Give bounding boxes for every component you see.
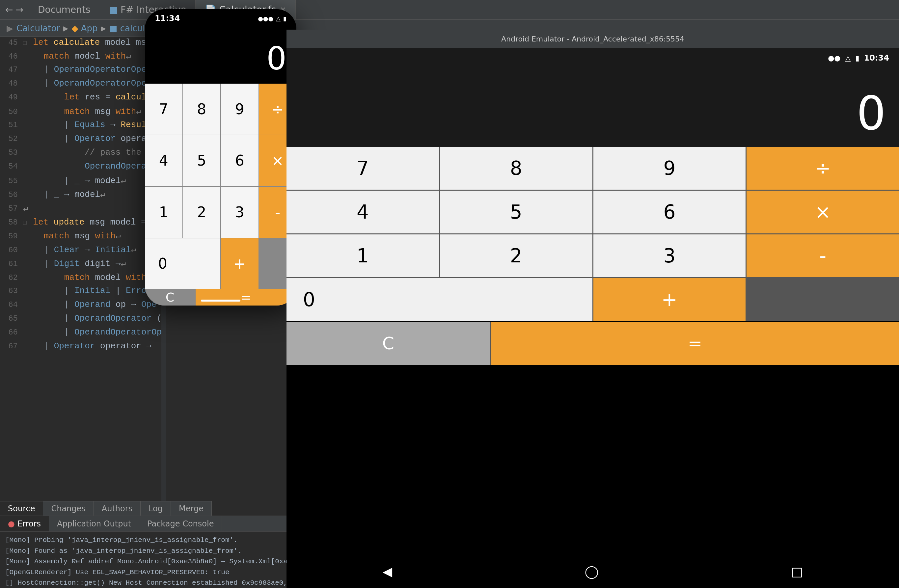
- emu-btn-0[interactable]: 0: [286, 278, 592, 321]
- code-line-46: 46 match model with↵: [0, 51, 161, 65]
- bc-app[interactable]: ◆ App: [71, 23, 97, 33]
- emu-title-bar: Android Emulator - Android_Accelerated_x…: [286, 29, 899, 48]
- emu-home-icon[interactable]: ◯: [584, 564, 599, 579]
- package-tab[interactable]: Package Console: [139, 516, 222, 531]
- code-line-61: 61 | Digit digit →↵: [0, 258, 161, 272]
- code-line-50: 50 match msg with↵: [0, 106, 161, 120]
- source-tab-label: Source: [8, 504, 35, 513]
- btn-add-ios[interactable]: +: [221, 238, 258, 289]
- changes-tab-label: Changes: [51, 504, 85, 513]
- code-line-62: 62 match model with↵: [0, 272, 161, 286]
- fsharp-tab-icon: ■: [109, 4, 118, 15]
- btn-0-ios[interactable]: 0: [145, 238, 220, 289]
- code-line-51: 51 | Equals → Result(: [0, 120, 161, 134]
- emu-btn-1[interactable]: 1: [286, 235, 439, 277]
- errors-tab[interactable]: ● Errors: [0, 516, 49, 531]
- emu-btn-equals[interactable]: =: [491, 322, 899, 365]
- btn-3-ios[interactable]: 3: [221, 187, 258, 238]
- btn-7-ios[interactable]: 7: [145, 83, 182, 135]
- code-line-57: 57 ↵: [0, 203, 161, 217]
- btn-6-ios[interactable]: 6: [221, 135, 258, 186]
- phone-home-bar: [201, 299, 240, 302]
- log-tab-label: Log: [148, 504, 163, 513]
- emu-btn-mul[interactable]: ×: [746, 191, 899, 233]
- documents-tab-label: Documents: [38, 4, 91, 15]
- output-tab-label: Application Output: [57, 519, 131, 528]
- code-line-65: 65 | OperandOperator (: [0, 313, 161, 327]
- emu-btn-8[interactable]: 8: [440, 147, 592, 190]
- btn-2-ios[interactable]: 2: [183, 187, 221, 238]
- calc-bottom-row-ios: C =: [145, 289, 297, 306]
- log-tab[interactable]: Log: [141, 502, 171, 515]
- android-emulator: Android Emulator - Android_Accelerated_x…: [286, 29, 899, 588]
- code-line-56: 56 | _ → model↵: [0, 189, 161, 203]
- emu-wifi-icon: △: [845, 54, 851, 62]
- emu-calc-grid: 7 8 9 ÷ 4 5 6 × 1 2 3 - 0 +: [286, 147, 899, 321]
- output-tab[interactable]: Application Output: [49, 516, 139, 531]
- tab-navigation[interactable]: ← →: [0, 4, 29, 15]
- back-icon[interactable]: ←: [5, 4, 13, 15]
- bc-app-icon: ◆: [71, 23, 78, 33]
- emu-btn-5[interactable]: 5: [440, 191, 592, 233]
- btn-equals-ios[interactable]: =: [196, 289, 297, 306]
- emu-back-icon[interactable]: ◀: [383, 564, 392, 579]
- emu-btn-9[interactable]: 9: [593, 147, 746, 190]
- documents-tab[interactable]: Documents: [29, 0, 100, 19]
- btn-5-ios[interactable]: 5: [183, 135, 221, 186]
- code-line-66: 66 | OperandOperatorOp: [0, 327, 161, 341]
- changes-tab[interactable]: Changes: [43, 502, 94, 515]
- emu-time: 10:34: [864, 53, 889, 63]
- bc-sep2: ▶: [101, 25, 106, 32]
- forward-icon[interactable]: →: [15, 4, 23, 15]
- emu-recents-icon[interactable]: □: [791, 564, 803, 579]
- emu-display-num: 0: [857, 86, 886, 140]
- btn-1-ios[interactable]: 1: [145, 187, 182, 238]
- btn-9-ios[interactable]: 9: [221, 83, 258, 135]
- calc-display-num-ios: 0: [266, 40, 286, 77]
- code-line-53: 53 // pass the re: [0, 148, 161, 161]
- code-line-64: 64 | Operand op → Ope: [0, 299, 161, 313]
- emu-display: 0: [286, 68, 899, 147]
- source-tabs: Source Changes Authors Log Merge: [0, 501, 212, 515]
- bc-calculator[interactable]: Calculator: [17, 23, 60, 33]
- tab-bar: ← → Documents ■ F# Interactive 📄 Calcula…: [0, 0, 899, 20]
- fold-icon[interactable]: □: [23, 40, 27, 46]
- emu-btn-sub[interactable]: -: [746, 235, 899, 277]
- emu-status-bar: ●● △ ▮ 10:34: [286, 48, 899, 68]
- emu-btn-add[interactable]: +: [593, 278, 746, 321]
- source-tab[interactable]: Source: [0, 502, 43, 515]
- bc-expand-icon[interactable]: ▶: [6, 23, 13, 33]
- emu-btn-7[interactable]: 7: [286, 147, 439, 190]
- merge-tab[interactable]: Merge: [171, 502, 212, 515]
- code-line-52: 52 | Operator operato: [0, 134, 161, 148]
- emu-btn-6[interactable]: 6: [593, 191, 746, 233]
- errors-tab-label: Errors: [17, 519, 41, 528]
- code-editor[interactable]: 45 □ let calculate model msg =↵ 46 match…: [0, 37, 161, 515]
- btn-8-ios[interactable]: 8: [183, 83, 221, 135]
- emu-btn-2[interactable]: 2: [440, 235, 592, 277]
- btn-clear-ios[interactable]: C: [145, 289, 195, 306]
- authors-tab[interactable]: Authors: [94, 502, 141, 515]
- code-line-55: 55 | _ → model↵: [0, 175, 161, 189]
- emu-battery-icon: ▮: [855, 54, 859, 62]
- phone-time: 11:34: [155, 14, 180, 23]
- package-tab-label: Package Console: [147, 519, 214, 528]
- code-line-49: 49 let res = calculat: [0, 92, 161, 106]
- btn-4-ios[interactable]: 4: [145, 135, 182, 186]
- code-line-60: 60 | Clear → Initial↵: [0, 244, 161, 258]
- emu-btn-4[interactable]: 4: [286, 191, 439, 233]
- fold-icon-58[interactable]: □: [23, 219, 27, 226]
- code-line-54: 54 OperandOperato: [0, 161, 161, 175]
- code-line-67: 67 | Operator operator →: [0, 341, 161, 355]
- bc-sep1: ▶: [63, 25, 68, 32]
- emu-screen: ●● △ ▮ 10:34 0 7 8 9 ÷ 4 5 6 × 1 2 3 - 0…: [286, 48, 899, 588]
- emu-btn-clear[interactable]: C: [286, 322, 490, 365]
- phone-status-icons: ●●● △ ▮: [258, 15, 286, 22]
- code-line-63: 63 | Initial | Error |: [0, 286, 161, 299]
- emu-nav-bar: ◀ ◯ □: [286, 555, 899, 588]
- signal-icon: ●●●: [258, 15, 273, 22]
- emu-btn-div[interactable]: ÷: [746, 147, 899, 190]
- merge-tab-label: Merge: [179, 504, 204, 513]
- battery-icon: ▮: [283, 15, 286, 22]
- emu-btn-3[interactable]: 3: [593, 235, 746, 277]
